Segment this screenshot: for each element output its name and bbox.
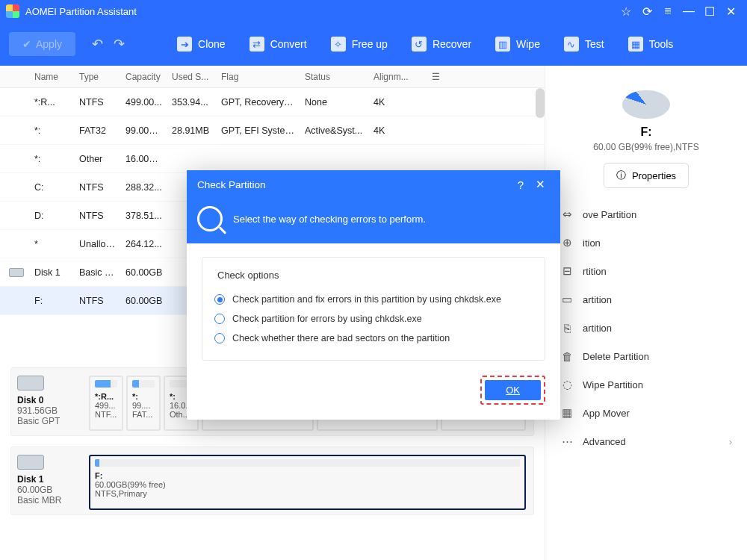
chevron-right-icon: › <box>729 436 732 447</box>
op-advanced[interactable]: ⋯Advanced› <box>554 427 738 455</box>
wipe-icon: ▥ <box>495 37 510 52</box>
col-used[interactable]: Used S... <box>167 72 217 82</box>
test-button[interactable]: ∿Test <box>554 32 615 56</box>
apply-button[interactable]: ✔ Apply <box>9 32 75 56</box>
radio-icon <box>214 294 225 305</box>
pie-chart-icon <box>622 81 670 118</box>
col-name[interactable]: Name <box>30 72 75 82</box>
op-delete[interactable]: 🗑Delete Partition <box>554 342 738 370</box>
selected-partition-sub: 60.00 GB(99% free),NTFS <box>554 142 738 152</box>
recover-icon: ↺ <box>412 37 427 52</box>
selected-partition-title: F: <box>554 125 738 139</box>
freeup-icon: ✧ <box>331 37 346 52</box>
op-item[interactable]: ⊟rtition <box>554 257 738 285</box>
tools-button[interactable]: ▦Tools <box>618 32 684 56</box>
convert-button[interactable]: ⇄Convert <box>239 32 317 56</box>
radio-option-1[interactable]: Check partition and fix errors in this p… <box>214 290 533 309</box>
op-wipe[interactable]: ◌Wipe Partition <box>554 370 738 399</box>
refresh-icon[interactable]: ⟳ <box>636 1 657 22</box>
magnifier-icon <box>197 206 223 231</box>
partition-box-selected[interactable]: F:60.00GB(99% free)NTFS,Primary <box>89 455 526 510</box>
test-icon: ∿ <box>564 37 579 52</box>
apply-label: Apply <box>36 38 62 50</box>
col-status[interactable]: Status <box>300 72 369 82</box>
grid-icon: ▦ <box>560 406 574 420</box>
dots-icon: ⋯ <box>560 435 574 448</box>
disk-icon <box>17 455 44 470</box>
ok-highlight: OK <box>480 376 545 405</box>
split-icon: ⊟ <box>560 264 574 278</box>
dialog-subtitle: Select the way of checking errors to per… <box>233 214 426 225</box>
table-row[interactable]: *:FAT3299.00MB28.91MBGPT, EFI System ...… <box>0 116 545 145</box>
dialog-title: Check Partition <box>197 179 266 190</box>
menu-icon[interactable]: ≡ <box>657 1 678 22</box>
close-icon[interactable]: ✕ <box>720 1 741 22</box>
col-capacity[interactable]: Capacity <box>121 72 167 82</box>
properties-button[interactable]: ⓘProperties <box>604 163 689 188</box>
partition-box[interactable]: *:R...499...NTF... <box>89 376 123 431</box>
merge-icon: ⊕ <box>560 236 574 249</box>
app-logo-icon <box>6 4 19 18</box>
redo-icon[interactable]: ↷ <box>114 36 125 52</box>
scrollbar[interactable] <box>536 88 545 118</box>
check-options-legend: Check options <box>214 270 282 281</box>
maximize-icon[interactable]: ☐ <box>699 1 720 22</box>
trash-icon: 🗑 <box>560 349 574 363</box>
radio-option-2[interactable]: Check partition for errors by using chkd… <box>214 309 533 329</box>
op-appmover[interactable]: ▦App Mover <box>554 399 738 427</box>
eraser-icon: ◌ <box>560 378 574 391</box>
freeup-button[interactable]: ✧Free up <box>320 32 398 56</box>
wipe-button[interactable]: ▥Wipe <box>485 32 551 56</box>
check-icon: ✔ <box>22 38 31 50</box>
disk-icon <box>9 268 24 277</box>
clone-part-icon: ⎘ <box>560 321 574 335</box>
partition-box[interactable]: *:99....FAT... <box>126 376 161 431</box>
side-panel: F: 60.00 GB(99% free),NTFS ⓘProperties ⇔… <box>545 66 747 560</box>
app-title: AOMEI Partition Assistant <box>25 6 137 17</box>
radio-option-3[interactable]: Check whether there are bad sectors on t… <box>214 329 533 348</box>
radio-icon <box>214 333 225 343</box>
col-align[interactable]: Alignm... <box>369 72 427 82</box>
table-row[interactable]: *:Other16.00MB <box>0 145 545 173</box>
recover-button[interactable]: ↺Recover <box>401 32 482 56</box>
check-partition-dialog: Check Partition ? ✕ Select the way of ch… <box>187 170 560 420</box>
allocate-icon: ▭ <box>560 293 574 306</box>
tools-icon: ▦ <box>628 37 643 52</box>
table-row[interactable]: *:R...NTFS499.00...353.94...GPT, Recover… <box>0 88 545 116</box>
main-toolbar: ✔ Apply ↶ ↷ ➔Clone ⇄Convert ✧Free up ↺Re… <box>0 22 747 66</box>
disk-icon <box>17 376 44 391</box>
ok-button[interactable]: OK <box>485 380 541 400</box>
dialog-close-icon[interactable]: ✕ <box>530 178 550 191</box>
op-item[interactable]: ⎘artition <box>554 314 738 342</box>
op-item[interactable]: ▭artition <box>554 285 738 314</box>
help-icon[interactable]: ? <box>511 178 530 191</box>
resize-icon: ⇔ <box>560 208 574 221</box>
disk-map-1[interactable]: Disk 1 60.00GB Basic MBR F:60.00GB(99% f… <box>10 447 534 515</box>
minimize-icon[interactable]: — <box>678 1 699 22</box>
clone-button[interactable]: ➔Clone <box>167 32 236 56</box>
clone-icon: ➔ <box>177 37 192 52</box>
table-header: Name Type Capacity Used S... Flag Status… <box>0 66 545 88</box>
op-item[interactable]: ⊕ition <box>554 228 738 257</box>
columns-options-icon[interactable]: ☰ <box>427 72 445 82</box>
title-bar: AOMEI Partition Assistant ☆ ⟳ ≡ — ☐ ✕ <box>0 0 747 22</box>
col-flag[interactable]: Flag <box>217 72 300 82</box>
radio-icon <box>214 314 225 324</box>
favorite-icon[interactable]: ☆ <box>616 1 636 22</box>
undo-icon[interactable]: ↶ <box>92 36 103 52</box>
col-type[interactable]: Type <box>75 72 121 82</box>
info-icon: ⓘ <box>616 169 626 182</box>
op-item[interactable]: ⇔ove Partition <box>554 200 738 228</box>
convert-icon: ⇄ <box>249 37 264 52</box>
